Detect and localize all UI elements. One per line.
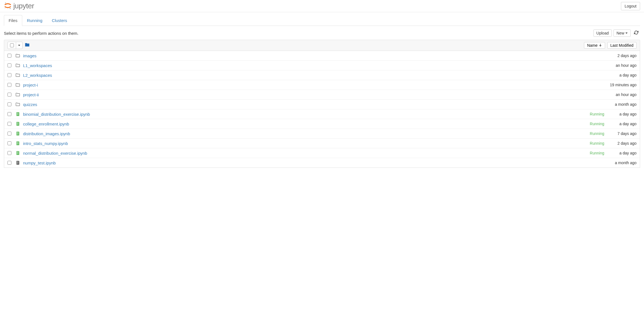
list-item: project-iian hour ago [4, 90, 640, 99]
logo[interactable]: jupyter [4, 2, 34, 10]
new-button-label: New [616, 31, 624, 35]
row-checkbox[interactable] [8, 102, 11, 106]
row-checkbox[interactable] [8, 122, 11, 126]
item-name-link[interactable]: numpy_test.ipynb [23, 161, 609, 165]
row-checkbox-wrap [8, 83, 15, 87]
svg-rect-8 [16, 122, 17, 126]
item-modified: 7 days ago [609, 131, 636, 136]
row-checkbox[interactable] [8, 93, 11, 97]
list-item: quizzesa month ago [4, 99, 640, 109]
folder-icon [15, 53, 23, 58]
item-modified: a day ago [609, 73, 636, 77]
svg-point-0 [5, 3, 6, 3]
row-checkbox[interactable] [8, 161, 11, 165]
list-item: college_enrollment.ipynbRunninga day ago [4, 119, 640, 129]
notebook-running-icon [15, 121, 23, 126]
row-checkbox[interactable] [8, 112, 11, 116]
sort-name-button[interactable]: Name [584, 42, 605, 49]
item-name-link[interactable]: project-ii [23, 92, 609, 97]
row-checkbox-wrap [8, 122, 15, 126]
tabs: Files Running Clusters [4, 15, 640, 26]
item-modified: 2 days ago [609, 53, 636, 58]
tab-running[interactable]: Running [22, 15, 47, 26]
notebook-running-icon [15, 112, 23, 117]
breadcrumb-root-folder-icon[interactable] [25, 42, 30, 49]
row-checkbox-wrap [8, 161, 15, 165]
notebook-icon [15, 160, 23, 165]
row-checkbox-wrap [8, 93, 15, 97]
row-checkbox-wrap [8, 112, 15, 116]
row-checkbox[interactable] [8, 141, 11, 145]
row-checkbox-wrap [8, 73, 15, 77]
upload-button[interactable]: Upload [593, 29, 612, 37]
item-modified: a day ago [609, 112, 636, 116]
folder-icon [15, 82, 23, 87]
row-checkbox[interactable] [8, 73, 11, 77]
item-name-link[interactable]: quizzes [23, 102, 609, 107]
refresh-button[interactable] [632, 29, 640, 37]
tab-clusters[interactable]: Clusters [47, 15, 72, 26]
item-name-link[interactable]: L2_workspaces [23, 73, 609, 78]
item-name-link[interactable]: intro_stats_numpy.ipynb [23, 141, 590, 146]
svg-point-1 [10, 8, 11, 9]
row-checkbox[interactable] [8, 54, 11, 58]
select-all-checkbox[interactable] [10, 43, 14, 47]
item-modified: a day ago [609, 122, 636, 126]
item-status: Running [590, 122, 604, 126]
brand-text: jupyter [13, 2, 34, 10]
item-modified: 2 days ago [609, 141, 636, 146]
list-item: images2 days ago [4, 51, 640, 60]
list-item: intro_stats_numpy.ipynbRunning2 days ago [4, 138, 640, 148]
sort-modified-button[interactable]: Last Modified [607, 42, 636, 49]
item-name-link[interactable]: project-i [23, 83, 609, 87]
list-item: distribution_images.ipynbRunning7 days a… [4, 129, 640, 138]
item-modified: a month ago [609, 161, 636, 165]
list-item: binomial_distribution_exercise.ipynbRunn… [4, 109, 640, 119]
svg-rect-24 [16, 161, 17, 165]
list-item: numpy_test.ipynba month ago [4, 158, 640, 168]
header: jupyter Logout [0, 0, 644, 12]
row-checkbox-wrap [8, 151, 15, 155]
item-name-link[interactable]: normal_distribution_exercise.ipynb [23, 151, 590, 156]
folder-icon [15, 63, 23, 68]
new-button[interactable]: New [613, 29, 631, 37]
list-header: Name Last Modified [4, 40, 640, 51]
row-checkbox-wrap [8, 141, 15, 145]
caret-down-icon [625, 33, 628, 34]
folder-icon [15, 102, 23, 107]
list-item: L1_workspacesan hour ago [4, 60, 640, 70]
svg-rect-16 [16, 141, 17, 145]
row-checkbox[interactable] [8, 83, 11, 87]
logout-button[interactable]: Logout [621, 2, 640, 10]
actions-hint: Select items to perform actions on them. [4, 31, 78, 36]
notebook-running-icon [15, 151, 23, 156]
item-status: Running [590, 141, 604, 146]
row-checkbox-wrap [8, 54, 15, 58]
row-checkbox[interactable] [8, 132, 11, 136]
svg-point-2 [5, 8, 5, 8]
jupyter-logo-icon [4, 2, 12, 10]
item-name-link[interactable]: images [23, 53, 609, 58]
list-item: L2_workspacesa day ago [4, 70, 640, 80]
select-dropdown[interactable] [16, 42, 22, 49]
arrow-down-icon [599, 43, 602, 48]
folder-icon [15, 92, 23, 97]
item-name-link[interactable]: binomial_distribution_exercise.ipynb [23, 112, 590, 117]
row-checkbox-wrap [8, 63, 15, 67]
actions-row: Select items to perform actions on them.… [4, 26, 640, 40]
sort-name-label: Name [587, 43, 597, 48]
item-name-link[interactable]: distribution_images.ipynb [23, 131, 590, 136]
tab-files[interactable]: Files [4, 15, 22, 26]
row-checkbox-wrap [8, 132, 15, 136]
row-checkbox[interactable] [8, 63, 11, 67]
caret-down-icon [18, 45, 20, 46]
item-status: Running [590, 131, 604, 136]
item-name-link[interactable]: college_enrollment.ipynb [23, 122, 590, 126]
svg-rect-20 [16, 151, 17, 155]
actions-buttons: Upload New [593, 29, 640, 37]
select-all-checkbox-wrap [8, 42, 16, 49]
row-checkbox-wrap [8, 102, 15, 106]
row-checkbox[interactable] [8, 151, 11, 155]
item-modified: 19 minutes ago [609, 83, 636, 87]
item-name-link[interactable]: L1_workspaces [23, 63, 609, 68]
